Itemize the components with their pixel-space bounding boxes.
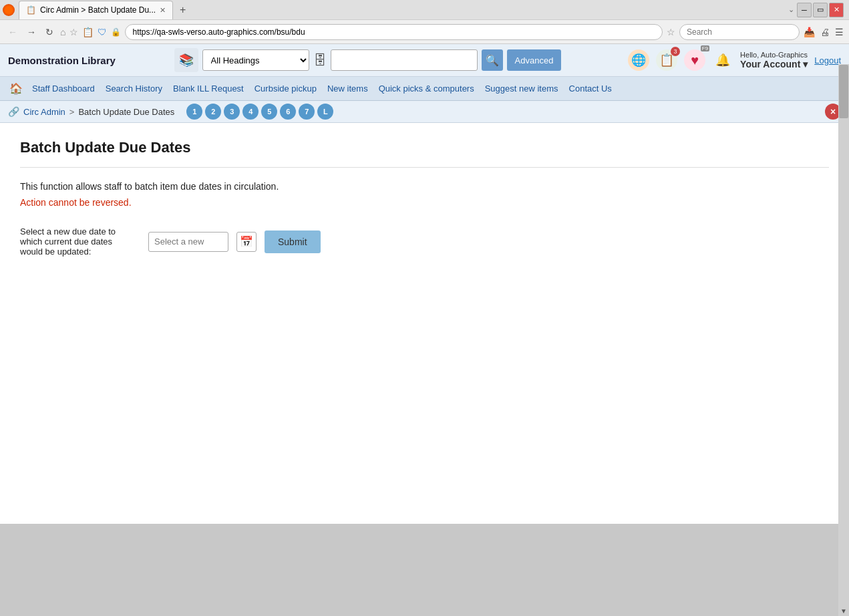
scrollbar[interactable]: ▲ ▼ — [838, 64, 849, 616]
heart-notification[interactable]: ♥ F9 — [684, 49, 705, 71]
nav-curbside[interactable]: Curbside pickup — [249, 81, 322, 96]
breadcrumb-icon: 🔗 — [8, 106, 19, 117]
logout-btn[interactable]: Logout — [814, 55, 841, 65]
search-submit-btn[interactable]: 🔍 — [482, 49, 503, 71]
bell-icon[interactable]: 🔔 — [712, 49, 733, 71]
advanced-btn[interactable]: Advanced — [507, 49, 562, 71]
url-input[interactable] — [125, 24, 663, 40]
menu-icon[interactable]: ☰ — [835, 27, 844, 37]
library-name: Demonstration Library — [8, 55, 116, 66]
breadcrumb-root[interactable]: Circ Admin — [23, 107, 65, 117]
breadcrumb-sep: > — [69, 107, 75, 117]
main-search-input[interactable] — [331, 49, 478, 71]
page-title: Batch Update Due Dates — [20, 139, 829, 156]
nav-new-items[interactable]: New items — [322, 81, 373, 96]
title-divider — [20, 167, 829, 168]
star-icon[interactable]: ☆ — [667, 27, 675, 37]
step-6[interactable]: 6 — [280, 104, 296, 120]
f9-badge: F9 — [701, 45, 709, 51]
addr-right-icons: 📥 🖨 ☰ — [804, 27, 844, 37]
step-4[interactable]: 4 — [242, 104, 259, 120]
nav-blank-ill[interactable]: Blank ILL Request — [168, 81, 249, 96]
headings-select[interactable]: All Headings Title Author Subject ISBN — [202, 49, 309, 71]
step-l[interactable]: L — [317, 104, 333, 120]
step-7[interactable]: 7 — [299, 104, 315, 120]
library-logo: 📚 — [174, 48, 198, 72]
print-icon[interactable]: 🖨 — [820, 27, 830, 37]
step-2[interactable]: 2 — [205, 104, 221, 120]
submit-btn[interactable]: Submit — [265, 230, 321, 253]
bookmark-btn[interactable]: ☆ — [69, 27, 78, 37]
step-circles: 1 2 3 4 5 6 7 L — [186, 104, 333, 120]
active-tab[interactable]: 📋 Circ Admin > Batch Update Du... ✕ — [19, 1, 173, 19]
nav-bar: 🏠 Staff Dashboard Search History Blank I… — [0, 77, 849, 101]
heart-icon: ♥ — [684, 49, 705, 71]
close-btn[interactable]: ✕ — [829, 3, 844, 17]
form-label: Select a new due date towhich current du… — [20, 226, 140, 257]
tab-menu-arrow[interactable]: ⌄ — [788, 5, 794, 14]
reload-btn[interactable]: ↻ — [43, 25, 56, 39]
date-input[interactable] — [148, 232, 228, 252]
home-nav-btn[interactable]: ⌂ — [60, 27, 65, 37]
title-bar: 📋 Circ Admin > Batch Update Du... ✕ + ⌄ … — [0, 0, 849, 20]
warning-text: Action cannot be reversed. — [20, 197, 829, 208]
step-3[interactable]: 3 — [224, 104, 240, 120]
breadcrumb-current: Batch Update Due Dates — [78, 107, 174, 117]
tab-label: Circ Admin > Batch Update Du... — [40, 5, 156, 15]
header-search-area: 📚 All Headings Title Author Subject ISBN… — [124, 48, 612, 72]
nav-contact[interactable]: Contact Us — [564, 81, 617, 96]
calendar-icon: 📅 — [240, 235, 253, 248]
scroll-down-btn[interactable]: ▼ — [838, 605, 849, 616]
step-1[interactable]: 1 — [186, 104, 202, 120]
browser-icon — [3, 4, 15, 16]
maximize-btn[interactable]: ▭ — [813, 3, 828, 17]
main-content: Batch Update Due Dates This function all… — [0, 123, 849, 524]
database-icon[interactable]: 🗄 — [313, 53, 327, 68]
minimize-btn[interactable]: ─ — [797, 3, 812, 17]
reading-list-btn[interactable]: 📋 — [82, 27, 94, 37]
library-header: Demonstration Library 📚 All Headings Tit… — [0, 44, 849, 77]
nav-staff-dashboard[interactable]: Staff Dashboard — [27, 81, 100, 96]
pocket-icon[interactable]: 📥 — [804, 27, 815, 37]
new-tab-btn[interactable]: + — [176, 4, 190, 16]
account-greeting: Hello, Auto-Graphics — [740, 51, 808, 59]
lock-icon: 🔒 — [111, 27, 121, 37]
header-right-icons: 🌐 📋 3 ♥ F9 🔔 Hello, Auto-Graphics Your A… — [628, 49, 841, 71]
shield-icon: 🛡 — [98, 27, 107, 37]
scrollbar-thumb[interactable] — [839, 65, 848, 118]
nav-suggest[interactable]: Suggest new items — [480, 81, 564, 96]
nav-search-history[interactable]: Search History — [100, 81, 168, 96]
home-icon[interactable]: 🏠 — [5, 80, 27, 98]
list-notification[interactable]: 📋 3 — [656, 49, 677, 71]
address-bar: ← → ↻ ⌂ ☆ 📋 🛡 🔒 ☆ 📥 🖨 ☰ — [0, 20, 849, 44]
tab-close-btn[interactable]: ✕ — [160, 6, 166, 15]
calendar-btn[interactable]: 📅 — [236, 232, 257, 252]
description-text: This function allows staff to batch item… — [20, 181, 829, 192]
list-badge: 3 — [671, 47, 680, 56]
window-controls: ─ ▭ ✕ — [797, 3, 844, 17]
browser-search-input[interactable] — [679, 24, 800, 40]
due-date-form-row: Select a new due date towhich current du… — [20, 226, 829, 257]
back-btn[interactable]: ← — [5, 25, 20, 39]
forward-btn[interactable]: → — [24, 25, 39, 39]
step-5[interactable]: 5 — [261, 104, 277, 120]
account-name[interactable]: Your Account ▾ — [740, 59, 808, 69]
hotspot-icon[interactable]: 🌐 — [628, 49, 649, 71]
breadcrumb-bar: 🔗 Circ Admin > Batch Update Due Dates 1 … — [0, 101, 849, 123]
account-section: Hello, Auto-Graphics Your Account ▾ — [740, 51, 808, 69]
nav-quick-picks[interactable]: Quick picks & computers — [373, 81, 480, 96]
